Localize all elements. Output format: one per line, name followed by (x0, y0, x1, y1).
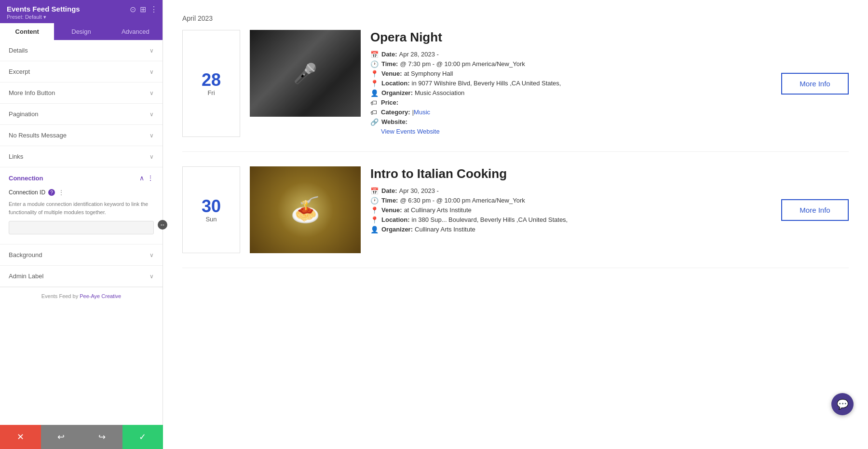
tab-design[interactable]: Design (54, 23, 108, 40)
event-details-cooking: Intro to Italian Cooking 📅 Date: Apr 30,… (370, 166, 781, 253)
panel-footer: Events Feed by Pee-Aye Creative (0, 287, 163, 305)
pin-icon-cooking-venue: 📍 (370, 206, 379, 214)
panel-tabs: Content Design Advanced (0, 23, 163, 40)
more-info-button-opera[interactable]: More Info (781, 73, 849, 95)
section-details[interactable]: Details ∨ (0, 40, 163, 61)
section-pagination[interactable]: Pagination ∨ (0, 104, 163, 125)
help-icon[interactable]: ? (48, 189, 55, 196)
event-venue-row-cooking: 📍 Venue: at Cullinary Arts Institute (370, 206, 772, 214)
tab-advanced[interactable]: Advanced (108, 23, 163, 40)
conn-id-label: Connection ID (9, 189, 45, 196)
panel-header-icons: ⊙ ⊞ ⋮ (130, 5, 158, 14)
connection-header-icons: ∧ ⋮ (139, 174, 154, 182)
panel-header: Events Feed Settings Preset: Default ▾ ⊙… (0, 0, 163, 23)
person-icon-opera: 👤 (370, 89, 379, 97)
panel-content: Details ∨ Excerpt ∨ More Info Button ∨ P… (0, 40, 163, 449)
dots-menu-icon[interactable]: ⋮ (150, 5, 158, 14)
event-website-row-opera: 🔗 Website: (370, 118, 772, 126)
event-row-cooking: 30 Sun Intro to Italian Cooking 📅 Date: … (182, 166, 849, 268)
undo-button[interactable]: ↩ (41, 425, 82, 449)
event-location-row-opera: 📍 Location: in 9077 Wilshire Blvd, Bever… (370, 80, 772, 87)
event-date-row-cooking: 📅 Date: Apr 30, 2023 - (370, 187, 772, 195)
bottom-toolbar: ✕ ↩ ↪ ✓ (0, 425, 163, 449)
globe-icon-opera: 🔗 (370, 118, 379, 126)
event-location-row-cooking: 📍 Location: in 380 Sup... Boulevard, Bev… (370, 216, 772, 224)
section-excerpt[interactable]: Excerpt ∨ (0, 61, 163, 82)
redo-button[interactable]: ↪ (81, 425, 122, 449)
grid-icon[interactable]: ⊞ (140, 5, 146, 14)
event-date-row-opera: 📅 Date: Apr 28, 2023 - (370, 51, 772, 58)
date-num-opera: 28 (202, 70, 221, 90)
section-background[interactable]: Background ∨ (0, 245, 163, 266)
date-box-opera: 28 Fri (182, 30, 240, 137)
date-num-cooking: 30 (202, 197, 221, 216)
left-panel: Events Feed Settings Preset: Default ▾ ⊙… (0, 0, 163, 449)
footer-link[interactable]: Pee-Aye Creative (80, 293, 121, 299)
event-row: 28 Fri Opera Night 📅 Date: Apr 28, 2023 … (182, 30, 849, 152)
month-label: April 2023 (182, 14, 849, 22)
chevron-excerpt-icon: ∨ (149, 68, 154, 75)
target-icon[interactable]: ⊙ (130, 5, 136, 14)
calendar-icon-opera: 📅 (370, 51, 379, 58)
resize-handle[interactable]: ↔ (158, 220, 167, 230)
chevron-links-icon: ∨ (149, 153, 154, 160)
event-title-cooking: Intro to Italian Cooking (370, 166, 772, 181)
tab-content[interactable]: Content (0, 23, 54, 40)
event-details-opera: Opera Night 📅 Date: Apr 28, 2023 - 🕐 Tim… (370, 30, 781, 137)
connection-header[interactable]: Connection ∧ ⋮ (0, 167, 163, 189)
conn-desc: Enter a module connection identification… (9, 200, 154, 216)
section-connection: Connection ∧ ⋮ Connection ID ? ⋮ Enter a… (0, 167, 163, 245)
event-venue-row-opera: 📍 Venue: at Symphony Hall (370, 70, 772, 78)
connection-body: Connection ID ? ⋮ Enter a module connect… (0, 189, 163, 239)
cancel-button[interactable]: ✕ (0, 425, 41, 449)
category-icon-opera: 🏷 (370, 109, 378, 116)
event-image-opera (250, 30, 361, 117)
pin-icon-opera-venue: 📍 (370, 70, 379, 78)
section-no-results[interactable]: No Results Message ∨ (0, 125, 163, 146)
event-price-row-opera: 🏷 Price: (370, 99, 772, 107)
website-link-opera[interactable]: View Events Website (381, 128, 440, 135)
person-icon-cooking: 👤 (370, 226, 379, 233)
tag-price-icon-opera: 🏷 (370, 99, 378, 107)
event-title-opera: Opera Night (370, 30, 772, 45)
event-time-row-opera: 🕐 Time: @ 7:30 pm - @ 10:00 pm America/N… (370, 60, 772, 68)
section-links[interactable]: Links ∨ (0, 146, 163, 167)
save-button[interactable]: ✓ (122, 425, 163, 449)
event-category-row-opera: 🏷 Category: | Music (370, 109, 772, 116)
chat-bubble[interactable]: 💬 (831, 393, 854, 415)
event-image-cooking (250, 166, 361, 253)
chevron-noresults-icon: ∨ (149, 132, 154, 139)
section-more-info-button[interactable]: More Info Button ∨ (0, 82, 163, 104)
connection-title: Connection (9, 175, 43, 182)
chevron-background-icon: ∨ (149, 252, 154, 259)
date-day-opera: Fri (207, 89, 215, 96)
date-box-cooking: 30 Sun (182, 166, 240, 253)
calendar-icon-cooking: 📅 (370, 187, 379, 195)
event-organizer-row-opera: 👤 Organizer: Music Association (370, 89, 772, 97)
conn-id-row: Connection ID ? ⋮ (9, 189, 154, 196)
panel-preset[interactable]: Preset: Default ▾ (7, 14, 156, 20)
pin-icon-opera-location: 📍 (370, 80, 379, 87)
chevron-up-connection-icon[interactable]: ∧ (139, 174, 144, 182)
conn-dots-icon[interactable]: ⋮ (58, 189, 65, 196)
event-website-link-row-opera: View Events Website (370, 128, 772, 135)
chevron-moreinfo-icon: ∨ (149, 90, 154, 96)
right-content: April 2023 28 Fri Opera Night 📅 Date: Ap… (163, 0, 868, 449)
chevron-pagination-icon: ∨ (149, 111, 154, 118)
section-admin-label[interactable]: Admin Label ∨ (0, 266, 163, 287)
chevron-details-icon: ∨ (149, 47, 154, 54)
pin-icon-cooking-location: 📍 (370, 216, 379, 224)
event-organizer-row-cooking: 👤 Organizer: Cullinary Arts Institute (370, 226, 772, 233)
category-link-opera[interactable]: Music (414, 109, 430, 116)
chevron-adminlabel-icon: ∨ (149, 273, 154, 280)
more-info-button-cooking[interactable]: More Info (781, 199, 849, 221)
connection-id-input[interactable] (9, 221, 154, 234)
date-day-cooking: Sun (205, 216, 217, 223)
event-time-row-cooking: 🕐 Time: @ 6:30 pm - @ 10:00 pm America/N… (370, 197, 772, 204)
dots-connection-icon[interactable]: ⋮ (147, 174, 154, 182)
clock-icon-cooking: 🕐 (370, 197, 379, 204)
clock-icon-opera: 🕐 (370, 60, 379, 68)
